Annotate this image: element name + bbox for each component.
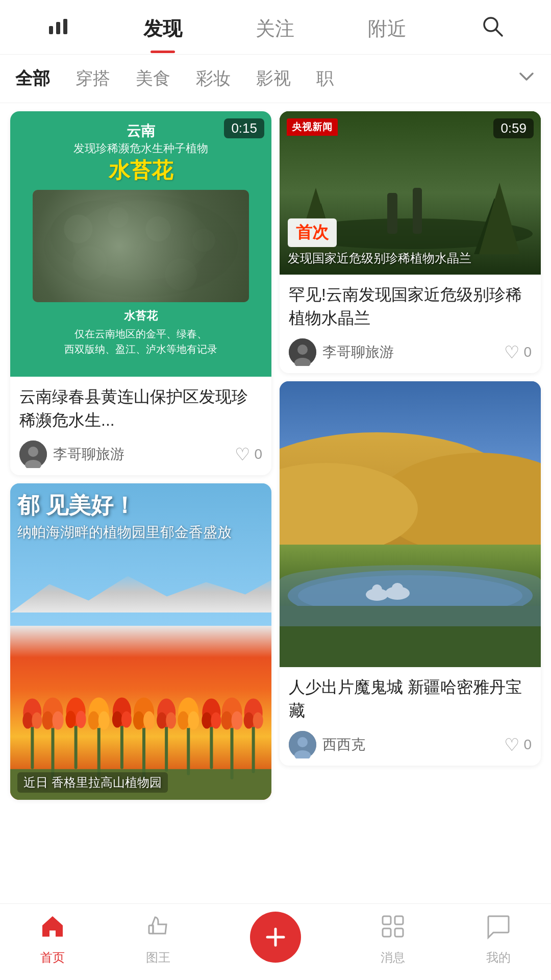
svg-point-43: [133, 711, 144, 729]
svg-point-51: [178, 711, 189, 729]
bottom-nav-mine-label: 我的: [486, 949, 511, 966]
svg-rect-1: [56, 22, 60, 34]
chat-icon: [485, 913, 512, 945]
svg-point-63: [244, 712, 254, 728]
svg-rect-88: [280, 606, 541, 667]
svg-point-59: [221, 711, 232, 729]
home-icon: [39, 913, 66, 945]
search-icon[interactable]: [481, 14, 504, 54]
svg-point-52: [188, 711, 199, 729]
bottom-nav-messages[interactable]: 消息: [380, 913, 406, 966]
svg-point-7: [49, 201, 152, 269]
feed-col-left: 云南 发现珍稀濒危水生种子植物 水苔花: [10, 111, 271, 800]
grid-icon: [380, 913, 406, 945]
svg-rect-81: [280, 545, 541, 606]
svg-point-13: [192, 229, 215, 252]
card4-overlay-text: 郁 见美好！ 纳帕海湖畔的植物园里郁金香盛放: [17, 491, 264, 542]
feed-grid: 云南 发现珍稀濒危水生种子植物 水苔花: [0, 103, 551, 808]
card3-title: 人少出片魔鬼城 新疆哈密雅丹宝藏: [289, 675, 532, 723]
bottom-nav-home[interactable]: 首页: [39, 913, 66, 966]
svg-point-35: [88, 711, 99, 729]
cat-more1[interactable]: 职: [316, 67, 334, 90]
card2-footer: 李哥聊旅游 ♡ 0: [289, 338, 532, 366]
svg-rect-92: [149, 925, 153, 934]
cat-makeup[interactable]: 彩妆: [196, 67, 231, 90]
card4-bottom-text: 近日 香格里拉高山植物园: [17, 772, 168, 793]
svg-rect-96: [395, 916, 403, 924]
svg-point-40: [121, 711, 132, 727]
svg-point-27: [42, 711, 53, 729]
svg-point-11: [108, 207, 128, 228]
svg-point-36: [98, 711, 110, 729]
bar-chart-icon[interactable]: [47, 15, 69, 54]
nav-follow[interactable]: 关注: [256, 16, 294, 53]
card1-like-count: 0: [254, 446, 262, 462]
card3-like-count: 0: [523, 737, 532, 753]
svg-point-55: [202, 712, 212, 728]
svg-point-90: [297, 737, 308, 747]
svg-point-86: [385, 586, 410, 600]
svg-point-82: [288, 570, 533, 621]
svg-point-9: [72, 201, 209, 281]
card3-footer: 西西克 ♡ 0: [289, 731, 532, 758]
card2-heart-icon: ♡: [504, 342, 519, 362]
nav-nearby[interactable]: 附近: [368, 16, 407, 53]
cat-all[interactable]: 全部: [15, 67, 50, 90]
svg-point-6: [44, 194, 238, 297]
cctv-name: 央视新闻: [287, 118, 338, 136]
card2-title: 罕见!云南发现国家近危级别珍稀植物水晶兰: [289, 283, 532, 330]
svg-line-4: [496, 30, 502, 36]
svg-point-60: [232, 711, 243, 729]
card3-author-name: 西西克: [322, 735, 365, 754]
bottom-nav-tuwan[interactable]: 图王: [145, 913, 171, 966]
card2-like-btn[interactable]: ♡ 0: [504, 342, 532, 362]
feed-col-right: 央视新闻 首次 发现国家近危级别珍稀植物水晶兰 0:59 罕见!云南发现国家近危…: [280, 111, 541, 766]
card2-like-count: 0: [523, 344, 532, 360]
svg-point-39: [112, 711, 122, 727]
card1-author: 李哥聊旅游: [19, 440, 124, 468]
card-1[interactable]: 云南 发现珍稀濒危水生种子植物 水苔花: [10, 111, 271, 475]
card3-heart-icon: ♡: [504, 734, 519, 755]
svg-point-83: [298, 575, 522, 616]
card1-author-name: 李哥聊旅游: [53, 445, 124, 464]
svg-point-10: [64, 215, 92, 243]
card1-header-text: 云南 发现珍稀濒危水生种子植物 水苔花: [73, 121, 208, 185]
cat-food[interactable]: 美食: [136, 67, 170, 90]
svg-point-28: [52, 711, 63, 729]
svg-point-48: [166, 712, 176, 728]
cat-film[interactable]: 影视: [256, 67, 291, 90]
card3-like-btn[interactable]: ♡ 0: [504, 734, 532, 755]
card2-author: 李哥聊旅游: [289, 338, 394, 366]
svg-rect-5: [33, 190, 249, 302]
svg-point-64: [253, 712, 263, 728]
category-dropdown-icon[interactable]: [517, 67, 536, 90]
bottom-nav-mine[interactable]: 我的: [485, 913, 512, 966]
card-4[interactable]: 郁 见美好！ 纳帕海湖畔的植物园里郁金香盛放 近日 香格里拉高山植物园: [10, 483, 271, 800]
svg-rect-0: [49, 26, 53, 34]
card1-footer: 李哥聊旅游 ♡ 0: [19, 440, 262, 468]
card1-title: 云南绿春县黄连山保护区发现珍稀濒危水生...: [19, 385, 262, 432]
top-navigation: 发现 关注 附近: [0, 0, 551, 55]
category-tabs: 全部 穿搭 美食 彩妆 影视 职: [0, 55, 551, 103]
card-2[interactable]: 央视新闻 首次 发现国家近危级别珍稀植物水晶兰 0:59 罕见!云南发现国家近危…: [280, 111, 541, 373]
svg-point-14: [72, 246, 107, 280]
card2-avatar: [289, 338, 316, 366]
cat-outfit[interactable]: 穿搭: [76, 67, 110, 90]
nav-discover[interactable]: 发现: [143, 16, 182, 53]
bottom-nav-messages-label: 消息: [381, 949, 405, 966]
svg-point-31: [66, 710, 76, 728]
card2-duration: 0:59: [493, 118, 534, 138]
svg-point-47: [157, 712, 167, 728]
card1-heart-icon: ♡: [235, 444, 250, 464]
card1-like-btn[interactable]: ♡ 0: [235, 444, 262, 464]
card3-image: [280, 381, 541, 667]
card4-image: 郁 见美好！ 纳帕海湖畔的植物园里郁金香盛放 近日 香格里拉高山植物园: [10, 483, 271, 800]
card2-image: 央视新闻 首次 发现国家近危级别珍稀植物水晶兰 0:59: [280, 111, 541, 275]
add-button[interactable]: [250, 912, 301, 963]
svg-rect-2: [63, 19, 67, 34]
card-3[interactable]: 人少出片魔鬼城 新疆哈密雅丹宝藏 西西克: [280, 381, 541, 766]
thumb-up-icon: [145, 913, 171, 945]
card2-author-name: 李哥聊旅游: [322, 342, 394, 362]
card2-cctv-badge: 央视新闻: [287, 118, 338, 136]
svg-point-12: [145, 216, 170, 241]
